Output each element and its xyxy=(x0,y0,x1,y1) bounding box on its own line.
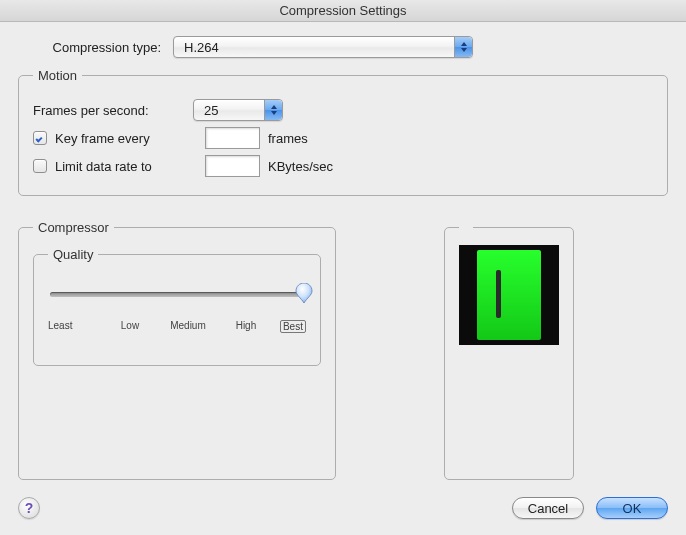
datarate-suffix: KBytes/sec xyxy=(268,159,333,174)
fps-value: 25 xyxy=(204,103,218,118)
preview-fieldset: . xyxy=(444,220,574,480)
compressor-fieldset: Compressor Quality xyxy=(18,220,336,480)
compression-type-row: Compression type: H.264 xyxy=(18,36,668,58)
compression-settings-window: Compression Settings Compression type: H… xyxy=(0,0,686,535)
keyframe-label: Key frame every xyxy=(55,131,205,146)
keyframe-checkbox[interactable] xyxy=(33,131,47,145)
keyframe-row: Key frame every frames xyxy=(33,127,653,149)
ok-button[interactable]: OK xyxy=(596,497,668,519)
compression-type-label: Compression type: xyxy=(18,40,173,55)
quality-fieldset: Quality xyxy=(33,247,321,366)
motion-legend: Motion xyxy=(33,68,82,83)
fps-row: Frames per second: 25 xyxy=(33,99,653,121)
compression-type-select[interactable]: H.264 xyxy=(173,36,473,58)
cancel-button[interactable]: Cancel xyxy=(512,497,584,519)
dropdown-arrows-icon xyxy=(264,100,282,120)
slider-track xyxy=(50,292,304,297)
tick-best: Best xyxy=(280,320,306,333)
datarate-checkbox[interactable] xyxy=(33,159,47,173)
tick-low: Low xyxy=(106,320,154,333)
slider-thumb-icon[interactable] xyxy=(295,283,313,303)
datarate-input[interactable] xyxy=(205,155,260,177)
fps-label: Frames per second: xyxy=(33,103,193,118)
dropdown-arrows-icon xyxy=(454,37,472,57)
compression-type-value: H.264 xyxy=(184,40,219,55)
footer: ? Cancel OK xyxy=(0,485,686,535)
quality-legend: Quality xyxy=(48,247,98,262)
help-button[interactable]: ? xyxy=(18,497,40,519)
tick-medium: Medium xyxy=(164,320,212,333)
motion-fieldset: Motion Frames per second: 25 Key frame e… xyxy=(18,68,668,196)
preview-thumbnail xyxy=(459,245,559,345)
fps-select[interactable]: 25 xyxy=(193,99,283,121)
tick-high: High xyxy=(222,320,270,333)
quality-tick-labels: Least Low Medium High Best xyxy=(48,320,306,333)
lower-panels: Compressor Quality xyxy=(18,210,668,494)
quality-slider[interactable] xyxy=(50,286,304,312)
window-title: Compression Settings xyxy=(0,0,686,22)
datarate-row: Limit data rate to KBytes/sec xyxy=(33,155,653,177)
keyframe-suffix: frames xyxy=(268,131,308,146)
compressor-legend: Compressor xyxy=(33,220,114,235)
datarate-label: Limit data rate to xyxy=(55,159,205,174)
content-area: Compression type: H.264 Motion Frames pe… xyxy=(0,22,686,508)
tick-least: Least xyxy=(48,320,96,333)
greenscreen-graphic xyxy=(477,250,541,340)
keyframe-input[interactable] xyxy=(205,127,260,149)
